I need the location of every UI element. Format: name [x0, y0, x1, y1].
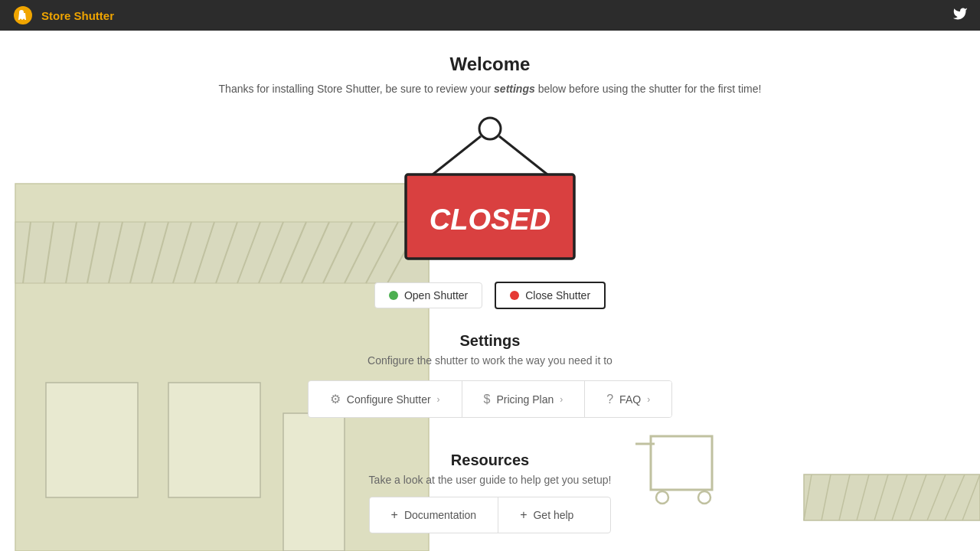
chevron-right-icon-3: ›	[647, 394, 650, 405]
svg-text:CLOSED: CLOSED	[430, 204, 550, 236]
configure-shutter-label: Configure Shutter	[347, 393, 431, 406]
twitter-link[interactable]	[952, 6, 968, 24]
question-icon: ?	[606, 393, 613, 406]
twitter-icon	[952, 6, 968, 21]
open-shutter-label: Open Shutter	[404, 289, 468, 302]
close-shutter-label: Close Shutter	[525, 289, 590, 302]
app-header: Store Shutter	[0, 0, 980, 31]
pricing-plan-button[interactable]: $ Pricing Plan ›	[462, 381, 586, 417]
resources-buttons-row: + Documentation + Get help	[369, 497, 612, 533]
welcome-settings-link[interactable]: settings	[494, 83, 535, 95]
svg-point-41	[479, 118, 501, 139]
close-shutter-button[interactable]: Close Shutter	[495, 282, 606, 309]
welcome-subtitle: Thanks for installing Store Shutter, be …	[219, 83, 762, 95]
gear-icon: ⚙	[330, 392, 341, 406]
configure-shutter-button[interactable]: ⚙ Configure Shutter ›	[309, 381, 462, 417]
documentation-label: Documentation	[404, 509, 476, 521]
welcome-text-after: below before using the shutter for the f…	[535, 83, 762, 95]
svg-point-1	[20, 19, 22, 21]
svg-point-2	[23, 19, 25, 21]
resources-title: Resources	[369, 452, 612, 469]
faq-label: FAQ	[619, 393, 641, 406]
main-content: Welcome Thanks for installing Store Shut…	[0, 31, 980, 533]
get-help-label: Get help	[533, 509, 573, 521]
open-shutter-indicator	[389, 291, 398, 300]
welcome-text-before: Thanks for installing Store Shutter, be …	[219, 83, 495, 95]
pricing-plan-label: Pricing Plan	[497, 393, 554, 406]
svg-line-43	[499, 136, 547, 174]
dollar-icon: $	[484, 393, 491, 406]
get-help-button[interactable]: + Get help	[498, 497, 595, 533]
open-shutter-button[interactable]: Open Shutter	[374, 282, 482, 308]
settings-subtitle: Configure the shutter to work the way yo…	[308, 354, 672, 367]
app-title: Store Shutter	[41, 9, 114, 22]
chevron-right-icon-2: ›	[560, 394, 563, 405]
closed-sign-svg: CLOSED	[390, 113, 590, 266]
plus-icon-help: +	[520, 508, 527, 522]
close-shutter-indicator	[510, 291, 519, 300]
svg-line-42	[433, 136, 481, 174]
welcome-title: Welcome	[450, 54, 531, 75]
chevron-right-icon: ›	[437, 394, 440, 405]
settings-section: Settings Configure the shutter to work t…	[308, 332, 672, 418]
closed-sign-container: CLOSED	[390, 113, 590, 266]
resources-section: Resources Take a look at the user guide …	[369, 452, 612, 533]
app-logo-icon	[12, 5, 34, 26]
plus-icon-docs: +	[391, 508, 398, 522]
settings-title: Settings	[308, 332, 672, 350]
resources-subtitle: Take a look at the user guide to help ge…	[369, 474, 612, 486]
documentation-button[interactable]: + Documentation	[370, 497, 499, 533]
faq-button[interactable]: ? FAQ ›	[585, 381, 671, 417]
header-left: Store Shutter	[12, 5, 114, 26]
settings-buttons-row: ⚙ Configure Shutter › $ Pricing Plan › ?…	[308, 380, 672, 418]
toggle-row: Open Shutter Close Shutter	[374, 282, 606, 309]
